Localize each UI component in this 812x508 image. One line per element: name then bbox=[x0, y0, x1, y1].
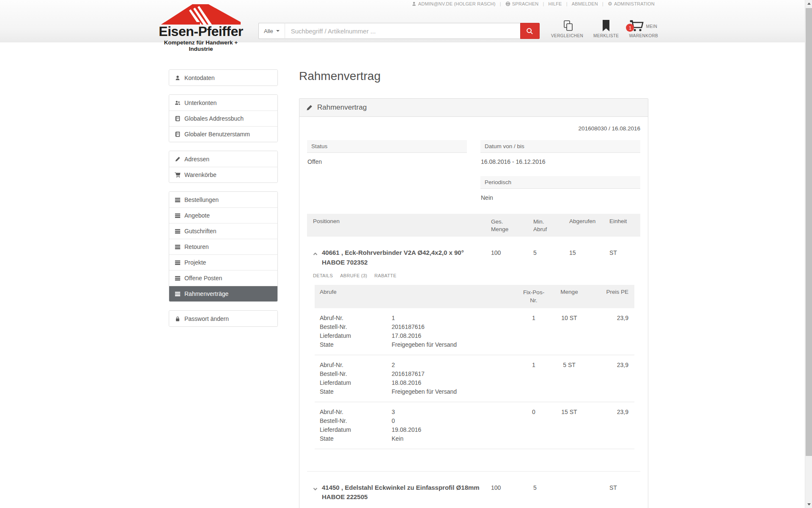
preis-value: 23,9 bbox=[590, 408, 629, 443]
sidebar-group: Kontodaten bbox=[169, 69, 278, 86]
position-einheit: ST bbox=[609, 248, 641, 267]
sidebar-item-rahmenvertraege[interactable]: Rahmenverträge bbox=[169, 286, 277, 301]
lieferdatum-value: 17.08.2016 bbox=[392, 331, 518, 340]
state-label: State bbox=[320, 387, 392, 396]
bestell-nr-value: 0 bbox=[392, 417, 518, 425]
topbar-hilfe[interactable]: HILFE bbox=[548, 1, 562, 6]
sidebar: Kontodaten Unterkonten Globales Addressb… bbox=[169, 69, 278, 335]
vergleichen-button[interactable]: VERGLEICHEN bbox=[551, 20, 583, 38]
lock-icon bbox=[175, 316, 181, 322]
users-icon bbox=[175, 100, 181, 106]
scrollbar-up-arrow[interactable] bbox=[805, 0, 812, 7]
sidebar-item-kontodaten[interactable]: Kontodaten bbox=[169, 70, 277, 86]
warenkorb-button[interactable]: 1 MEIN WARENKORB bbox=[629, 20, 658, 38]
fix-pos-value: 1 bbox=[518, 314, 549, 349]
lieferdatum-label: Lieferdatum bbox=[320, 378, 392, 387]
pencil-icon bbox=[306, 105, 313, 111]
position-tabs: DETAILS ABRUFE (3) RABATTE bbox=[313, 273, 640, 278]
scrollbar[interactable] bbox=[805, 0, 812, 508]
spacer bbox=[307, 449, 640, 471]
sidebar-item-passwort-aendern[interactable]: Passwort ändern bbox=[169, 311, 277, 326]
topbar-user[interactable]: ADMIN@NV.DE (HOLGER RASCH) bbox=[411, 1, 496, 6]
globe-icon bbox=[505, 1, 510, 6]
sidebar-item-globaler-benutzerstamm[interactable]: Globaler Benutzerstamm bbox=[169, 126, 277, 142]
abruf-nr-label: Abruf-Nr. bbox=[320, 361, 392, 370]
menge-value: 15 ST bbox=[549, 408, 590, 443]
cart-wrap: 1 MEIN bbox=[630, 20, 657, 32]
lieferdatum-value: 18.08.2016 bbox=[392, 378, 518, 387]
sidebar-item-label: Gutschriften bbox=[184, 228, 216, 235]
abruf-nr-value: 3 bbox=[392, 408, 518, 417]
topbar-sprachen[interactable]: SPRACHEN bbox=[505, 1, 539, 6]
abrufe-header: Abrufe Fix-Pos-Nr. Menge Preis PE bbox=[315, 285, 634, 308]
panel-title: Rahmenvertrag bbox=[317, 103, 367, 112]
fix-pos-value: 1 bbox=[518, 361, 549, 396]
abruf-values: 1 2016187616 17.08.2016 Freigegeben für … bbox=[392, 314, 518, 349]
searchbar: Alle bbox=[258, 23, 540, 39]
separator: | bbox=[602, 1, 604, 6]
list-icon bbox=[175, 244, 181, 250]
topbar-abmelden[interactable]: ABMELDEN bbox=[572, 1, 598, 6]
topbar-administration[interactable]: ⚙ ADMINISTRATION bbox=[608, 1, 655, 6]
status-column: Status Offen bbox=[307, 140, 467, 201]
position-einheit: ST bbox=[609, 483, 641, 502]
sidebar-group: Passwort ändern bbox=[169, 310, 278, 327]
sidebar-group: Bestellungen Angebote Gutschriften Retou… bbox=[169, 191, 278, 302]
scrollbar-thumb[interactable] bbox=[806, 8, 812, 456]
warenkorb-label-line2: WARENKORB bbox=[629, 33, 658, 38]
search-scope-dropdown[interactable]: Alle bbox=[258, 23, 285, 39]
logo-roof-icon bbox=[159, 3, 242, 25]
col-fix-pos-nr: Fix-Pos-Nr. bbox=[518, 289, 549, 304]
position-row: 40661 , Eck-Rohrverbinder V2A Ø42,4x2,0 … bbox=[307, 237, 640, 269]
sidebar-item-label: Kontodaten bbox=[184, 75, 215, 81]
position-min-abruf: 5 bbox=[533, 248, 569, 267]
bestell-nr-label: Bestell-Nr. bbox=[320, 370, 392, 378]
position-row: 41450 , Edelstahl Eckwinkel zu Einfasspr… bbox=[307, 472, 640, 508]
abruf-labels: Abruf-Nr. Bestell-Nr. Lieferdatum State bbox=[320, 314, 392, 349]
tab-details[interactable]: DETAILS bbox=[313, 273, 333, 278]
date-value: 16.08.2016 - 16.12.2016 bbox=[480, 153, 640, 165]
sidebar-item-retouren[interactable]: Retouren bbox=[169, 239, 277, 254]
header: ADMIN@NV.DE (HOLGER RASCH) | SPRACHEN | … bbox=[0, 0, 812, 42]
position-title[interactable]: 40661 , Eck-Rohrverbinder V2A Ø42,4x2,0 … bbox=[322, 248, 483, 267]
pencil-icon bbox=[175, 156, 181, 162]
bookmark-icon bbox=[601, 20, 611, 32]
periodic-label: Periodisch bbox=[480, 176, 640, 189]
sidebar-item-angebote[interactable]: Angebote bbox=[169, 207, 277, 223]
sidebar-item-globales-addressbuch[interactable]: Globales Addressbuch bbox=[169, 110, 277, 126]
lieferdatum-value: 19.08.2016 bbox=[392, 425, 518, 434]
positions-header: Positionen Ges. Menge Min. Abruf Abgeruf… bbox=[307, 214, 640, 237]
user-icon bbox=[175, 75, 181, 81]
warenkorb-label-line1: MEIN bbox=[646, 24, 657, 29]
tab-abrufe[interactable]: ABRUFE (3) bbox=[340, 273, 367, 278]
merkliste-button[interactable]: MERKLISTE bbox=[593, 20, 619, 38]
abrufe-table: Abrufe Fix-Pos-Nr. Menge Preis PE Abruf-… bbox=[315, 285, 634, 449]
sidebar-item-label: Angebote bbox=[184, 212, 210, 219]
search-input[interactable] bbox=[285, 23, 520, 39]
sidebar-item-label: Projekte bbox=[184, 259, 206, 266]
merkliste-label: MERKLISTE bbox=[593, 33, 619, 38]
sidebar-item-bestellungen[interactable]: Bestellungen bbox=[169, 192, 277, 207]
chevron-up-icon[interactable] bbox=[313, 250, 318, 257]
sidebar-item-offene-posten[interactable]: Offene Posten bbox=[169, 270, 277, 286]
panel-body: 201608030 / 16.08.2016 Status Offen Datu… bbox=[299, 117, 648, 508]
logo[interactable]: Eisen-Pfeiffer Kompetenz für Handwerk + … bbox=[156, 3, 245, 52]
sidebar-item-label: Bestellungen bbox=[184, 196, 219, 203]
search-button[interactable] bbox=[520, 23, 540, 39]
sidebar-item-warenkoerbe[interactable]: Warenkörbe bbox=[169, 167, 277, 182]
chevron-down-icon[interactable] bbox=[313, 485, 318, 492]
tab-rabatte[interactable]: RABATTE bbox=[374, 273, 396, 278]
vergleichen-label: VERGLEICHEN bbox=[551, 33, 583, 38]
sidebar-item-adressen[interactable]: Adressen bbox=[169, 151, 277, 167]
contract-reference: 201608030 / 16.08.2016 bbox=[307, 125, 640, 132]
scrollbar-down-arrow[interactable] bbox=[805, 501, 812, 508]
sidebar-item-unterkonten[interactable]: Unterkonten bbox=[169, 95, 277, 110]
col-ges-menge: Ges. Menge bbox=[491, 217, 533, 233]
contract-info: Status Offen Datum von / bis 16.08.2016 … bbox=[307, 140, 640, 201]
sidebar-item-gutschriften[interactable]: Gutschriften bbox=[169, 223, 277, 239]
state-label: State bbox=[320, 434, 392, 443]
sidebar-item-projekte[interactable]: Projekte bbox=[169, 254, 277, 270]
topbar-user-label: ADMIN@NV.DE (HOLGER RASCH) bbox=[418, 1, 496, 6]
abruf-row: Abruf-Nr. Bestell-Nr. Lieferdatum State … bbox=[315, 355, 634, 402]
position-title[interactable]: 41450 , Edelstahl Eckwinkel zu Einfasspr… bbox=[322, 483, 483, 502]
